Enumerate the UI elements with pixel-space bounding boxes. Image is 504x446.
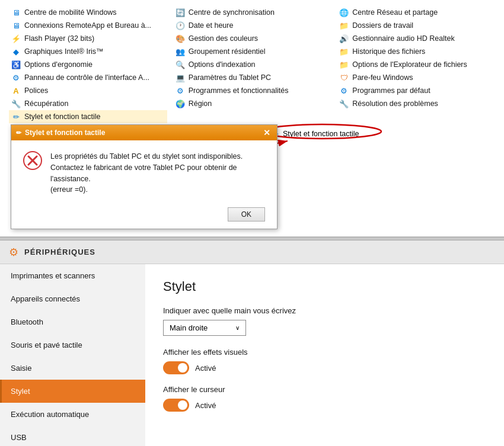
dialog-footer: OK [11,203,277,229]
cp-item-ergonomie[interactable]: ♿ Options d'ergonomie [9,58,167,71]
cp-item-dossiers[interactable]: 📁 Dossiers de travail [337,19,495,32]
dialog-titlebar: ✏ Stylet et fonction tactile ✕ [11,125,277,140]
explorateur-icon: 📁 [339,60,349,69]
cp-item-graphiques[interactable]: ◆ Graphiques Intel® Iris™ [9,45,167,58]
cp-item-tablet-params[interactable]: 💻 Paramètres du Tablet PC [173,71,331,84]
stylet-col1-icon: ✏ [11,112,21,121]
mobilite-icon: 🖥 [11,8,21,17]
graphiques-icon: ◆ [11,47,21,56]
remoteapp-icon: 🖥 [11,21,21,30]
sidebar-item-souris[interactable]: Souris et pavé tactile [0,333,145,357]
dossiers-icon: 📁 [339,21,349,30]
cp-item-panneau[interactable]: ⚙ Panneau de contrôle de l'interface A..… [9,71,167,84]
visual-effects-toggle[interactable] [163,361,189,374]
sidebar-item-bluetooth[interactable]: Bluetooth [0,310,145,333]
cp-col2: 🔄 Centre de synchronisation 🕐 Date et he… [173,6,331,123]
settings-header: ⚙ PÉRIPHÉRIQUES [0,240,504,264]
dialog-body: Les propriétés du Tablet PC et du stylet… [11,140,277,203]
cp-item-indexation[interactable]: 🔍 Options d'indexation [173,58,331,71]
programmes-defaut-icon: ⚙ [339,86,349,95]
polices-icon: A [11,86,21,95]
cp-item-stylet-bg[interactable]: ✏ Stylet et fonction tactile [267,128,363,140]
groupe-icon: 👥 [176,47,185,56]
programmes-icon: ⚙ [176,86,185,95]
cp-item-parefeu[interactable]: 🛡 Pare-feu Windows [337,71,495,84]
sync-icon: 🔄 [176,8,185,17]
parefeu-icon: 🛡 [339,73,349,82]
tablet-params-icon: 💻 [176,73,185,82]
settings-content-title: Stylet [163,279,486,294]
cursor-toggle-row: Activé [163,399,486,412]
settings-content: Stylet Indiquer avec quelle main vous éc… [145,264,504,446]
cursor-label: Afficher le curseur [163,385,486,394]
sidebar-item-appareils[interactable]: Appareils connectés [0,287,145,310]
dialog-ok-button[interactable]: OK [228,207,265,222]
settings-section: ⚙ PÉRIPHÉRIQUES Imprimantes et scanners … [0,240,504,446]
cp-col3: 🌐 Centre Réseau et partage 📁 Dossiers de… [337,6,495,123]
cp-grid: 🖥 Centre de mobilité Windows 🖥 Connexion… [9,6,495,123]
settings-header-title: PÉRIPHÉRIQUES [24,248,95,256]
dialog-error-icon [23,151,42,170]
cp-item-groupe-residentiel[interactable]: 👥 Groupement résidentiel [173,45,331,58]
settings-sidebar: Imprimantes et scanners Appareils connec… [0,264,145,446]
settings-wrapper: ⚙ PÉRIPHÉRIQUES Imprimantes et scanners … [0,240,504,446]
settings-gear-icon: ⚙ [9,246,18,259]
sidebar-item-saisie[interactable]: Saisie [0,357,145,380]
cp-item-sync[interactable]: 🔄 Centre de synchronisation [173,6,331,19]
cursor-status: Activé [195,401,216,410]
dialog-close-button[interactable]: ✕ [261,128,272,137]
region-icon: 🌍 [176,99,185,108]
cp-item-region[interactable]: 🌍 Région [173,97,331,110]
hand-value: Main droite [170,323,208,332]
sidebar-item-usb[interactable]: USB [0,426,145,446]
cp-item-flash[interactable]: ⚡ Flash Player (32 bits) [9,32,167,45]
error-dialog: ✏ Stylet et fonction tactile ✕ Les propr… [11,124,277,229]
hand-dropdown[interactable]: Main droite ∨ [163,320,246,336]
settings-body: Imprimantes et scanners Appareils connec… [0,264,504,446]
indexation-icon: 🔍 [176,60,185,69]
control-panel: 🖥 Centre de mobilité Windows 🖥 Connexion… [0,0,504,237]
dialog-title-icon: ✏ [16,129,21,137]
cp-item-historique[interactable]: 📁 Historique des fichiers [337,45,495,58]
ergonomie-icon: ♿ [11,60,21,69]
cp-item-resolution[interactable]: 🔧 Résolution des problèmes [337,97,495,110]
audio-icon: 🔊 [339,34,349,43]
panneau-icon: ⚙ [11,73,21,82]
cp-col1: 🖥 Centre de mobilité Windows 🖥 Connexion… [9,6,167,123]
cp-item-programmes[interactable]: ⚙ Programmes et fonctionnalités [173,84,331,97]
historique-icon: 📁 [339,47,349,56]
cp-item-audio[interactable]: 🔊 Gestionnaire audio HD Realtek [337,32,495,45]
hand-chevron-icon: ∨ [235,325,240,331]
visual-effects-toggle-row: Activé [163,361,486,374]
cp-item-polices[interactable]: A Polices [9,84,167,97]
sidebar-item-imprimantes[interactable]: Imprimantes et scanners [0,264,145,287]
cp-item-programmes-defaut[interactable]: ⚙ Programmes par défaut [337,84,495,97]
sidebar-item-stylet[interactable]: Stylet [0,380,145,403]
sidebar-item-execution[interactable]: Exécution automatique [0,403,145,426]
visual-effects-label: Afficher les effets visuels [163,348,486,357]
cp-item-remoteapp[interactable]: 🖥 Connexions RemoteApp et Bureau à... [9,19,167,32]
cursor-toggle[interactable] [163,399,189,412]
resolution-icon: 🔧 [339,99,349,108]
hand-label: Indiquer avec quelle main vous écrivez [163,306,486,315]
cp-item-gestion-couleurs[interactable]: 🎨 Gestion des couleurs [173,32,331,45]
reseau-icon: 🌐 [339,8,349,17]
gestion-couleurs-icon: 🎨 [176,34,185,43]
dialog-message: Les propriétés du Tablet PC et du stylet… [50,151,265,195]
recuperation-icon: 🔧 [11,99,21,108]
cp-item-recuperation[interactable]: 🔧 Récupération [9,97,167,110]
dialog-title-text: ✏ Stylet et fonction tactile [16,129,105,137]
cp-item-mobilite[interactable]: 🖥 Centre de mobilité Windows [9,6,167,19]
visual-effects-status: Activé [195,364,216,373]
cp-item-reseau[interactable]: 🌐 Centre Réseau et partage [337,6,495,19]
flash-icon: ⚡ [11,34,21,43]
cp-item-stylet-col1[interactable]: ✏ Stylet et fonction tactile [9,110,167,123]
cp-item-date[interactable]: 🕐 Date et heure [173,19,331,32]
date-icon: 🕐 [176,21,185,30]
cp-item-explorateur[interactable]: 📁 Options de l'Explorateur de fichiers [337,58,495,71]
